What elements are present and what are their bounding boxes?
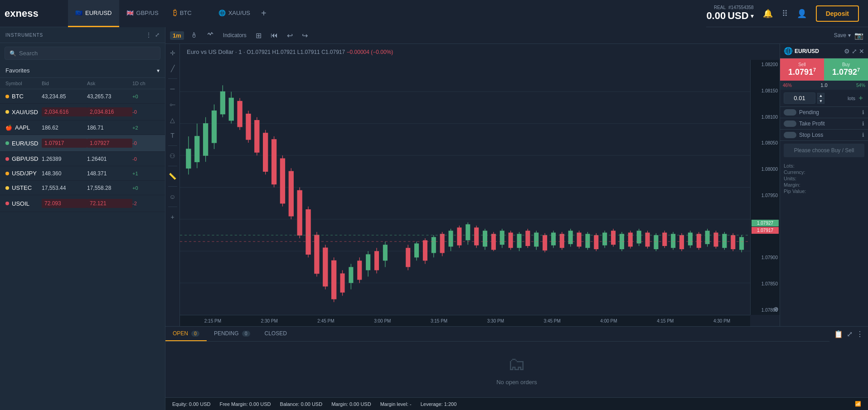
drawing-tools-panel: ✛ ╱ ─ ⟜ △ T ⚇ 📏 ☺ + [165,44,180,326]
svg-rect-84 [525,231,530,246]
emoji-tool[interactable]: ☺ [167,191,177,202]
lot-decrement-button[interactable]: ▼ [817,98,824,104]
time-label-8: 4:15 PM [637,318,693,323]
sidebar-options-icon[interactable]: ⋮ [146,32,151,38]
balance-dropdown-icon[interactable]: ▾ [751,12,754,19]
redo-icon[interactable]: ↪ [299,30,310,41]
filter-icon[interactable]: ⚙ [844,48,850,55]
search-box[interactable]: 🔍 [5,47,160,60]
deposit-button[interactable]: Deposit [816,5,859,22]
tab-btc[interactable]: ₿ BTC [166,0,211,27]
orders-icon[interactable]: 📋 [834,330,843,338]
horizontal-tool[interactable]: ─ [169,83,177,94]
list-item[interactable]: XAU/USD 2,034.616 2,034.816 -0 [0,104,165,121]
change-gbpusd: -0 [132,156,160,162]
pending-info-icon[interactable]: ℹ [862,109,864,116]
candle-type-icon[interactable]: 🕯 [188,30,200,40]
zoom-reset-icon[interactable]: ⊕ [773,305,779,313]
symbol-usdjpy: USD/JPY [12,170,37,177]
list-item[interactable]: USOIL 72.093 72.121 -2 [0,195,165,212]
trendline-tool[interactable]: ╱ [169,63,176,74]
tab-xau-usd[interactable]: 🌐 XAU/US [211,0,257,27]
indicators-button[interactable] [204,30,217,41]
prev-icon[interactable]: ⏮ [268,30,281,40]
bid-gbpusd: 1.26389 [42,156,87,162]
chart-wrapper: 1m 🕯 Indicators ⊞ ⏮ ↩ ↪ Save ▾ 📷 ✛ ╱ [165,27,868,410]
ohlc-low: 1.07911 [300,49,320,55]
lot-increment-button[interactable]: ▲ [817,93,824,98]
trade-info-margin: Margin: [784,182,864,188]
sidebar-icon-group: ⋮ ⤢ [146,32,160,38]
save-button[interactable]: Save ▾ [834,32,851,39]
alarm-icon[interactable]: 🔔 [763,9,773,19]
timeframe-1m[interactable]: 1m [170,31,184,40]
no-orders-icon: 🗂 [508,354,526,374]
list-item[interactable]: USTEC 17,553.44 17,558.28 +0 [0,181,165,195]
account-icon[interactable]: 👤 [797,9,807,19]
more-tools[interactable]: + [169,212,176,222]
sidebar-expand-icon[interactable]: ⤢ [155,32,160,38]
tab-open-label: OPEN [173,330,188,337]
balance-label: Balance: [280,401,300,407]
list-item[interactable]: EUR/USD 1.07917 1.07927 -0 [0,135,165,152]
shapes-tool[interactable]: △ [168,115,177,125]
resize-icon[interactable]: ⤢ [847,330,853,338]
instruments-title: INSTRUMENTS [5,33,43,38]
ask-btc: 43,265.73 [87,93,132,100]
balance-item: Balance: 0.00 USD [280,401,323,407]
gann-tool[interactable]: ⟜ [168,99,178,110]
candlestick-chart [180,60,750,315]
undo-icon[interactable]: ↩ [284,30,296,41]
add-tab-button[interactable]: + [257,8,270,19]
tab-open[interactable]: OPEN 0 [165,327,207,341]
tab-closed[interactable]: CLOSED [257,327,294,341]
measure-tool[interactable]: 📏 [167,171,178,182]
list-item[interactable]: GBP/USD 1.26389 1.26401 -0 [0,152,165,166]
panel-close-icon[interactable]: ✕ [859,48,864,55]
search-input[interactable] [19,50,155,57]
list-item[interactable]: USD/JPY 148.360 148.371 +1 [0,166,165,181]
svg-rect-100 [594,235,598,249]
list-item[interactable]: 🍎 AAPL 186.62 186.71 +2 [0,121,165,135]
tab-pending[interactable]: PENDING 0 [207,327,257,341]
take-profit-info-icon[interactable]: ℹ [862,121,864,127]
crosshair-tool[interactable]: ✛ [168,48,177,58]
take-profit-toggle[interactable] [784,121,796,127]
leverage-item: Leverage: 1:200 [421,401,457,407]
svg-rect-16 [220,92,225,114]
more-options-icon[interactable]: ⋮ [856,330,863,338]
instruments-table: Symbol Bid Ask 1D ch BTC 43,234.85 43,26… [0,78,165,410]
indicators-label[interactable]: Indicators [220,31,249,39]
tool-separator [168,78,177,79]
add-lot-icon[interactable]: ＋ [857,93,864,103]
screenshot-icon[interactable]: 📷 [854,31,863,40]
grid-icon[interactable]: ⠿ [782,9,788,19]
favorites-dropdown[interactable]: Favorites ▾ [0,63,165,78]
account-id: #147554358 [728,5,754,10]
account-type: REAL [714,5,726,10]
tab-eur-usd[interactable]: 🇪🇺 EUR/USD [68,0,119,27]
list-item[interactable]: BTC 43,234.85 43,265.73 +0 [0,89,165,104]
price-6: 1.07950 [751,193,780,198]
margin-item: Margin: 0.00 USD [331,401,371,407]
panel-expand-icon[interactable]: ⤢ [852,48,857,55]
text-tool[interactable]: T [169,130,176,141]
pending-toggle[interactable] [784,109,796,116]
sell-button[interactable]: Sell 1.07917 [780,58,824,81]
symbol-gbpusd: GBP/USD [12,155,39,162]
table-header: Symbol Bid Ask 1D ch [0,78,165,89]
lot-input[interactable] [784,92,815,104]
svg-rect-32 [289,171,293,216]
instrument-name-xau: XAU/USD [5,109,42,116]
buy-button[interactable]: Buy 1.07927 [824,58,868,81]
main-layout: INSTRUMENTS ⋮ ⤢ 🔍 Favorites ▾ Symbol Bid… [0,27,868,410]
chart-canvas[interactable]: Euro vs US Dollar · 1 · O1.07921 H1.0792… [180,44,780,326]
stop-loss-toggle[interactable] [784,132,796,138]
tab-gbp-usd[interactable]: 🇬🇧 GBP/US [119,0,166,27]
price-axis: 1.08200 1.08150 1.08100 1.08050 1.08000 … [750,60,780,315]
svg-rect-36 [306,210,310,255]
layout-icon[interactable]: ⊞ [253,30,264,41]
fibonacci-tool[interactable]: ⚇ [168,150,177,161]
spread-pct-right: 54% [856,83,865,88]
stop-loss-info-icon[interactable]: ℹ [862,132,864,138]
